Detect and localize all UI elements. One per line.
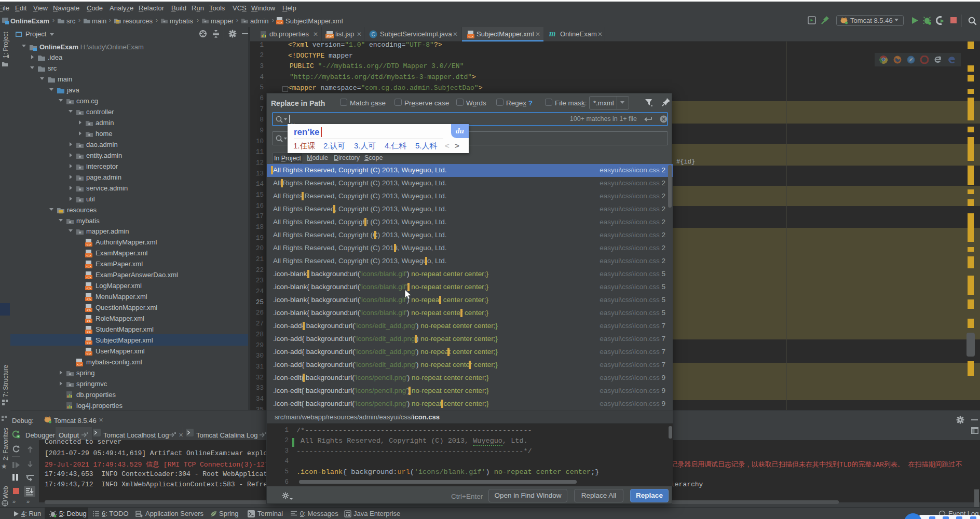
svg-text:<>: <> [86,243,91,247]
svg-text:<>: <> [77,363,82,367]
svg-text:<>: <> [86,276,91,280]
svg-text:<>: <> [468,35,473,39]
svg-text:JSP: JSP [326,34,333,38]
svg-text:<>: <> [277,21,282,25]
svg-text:<>: <> [86,297,91,302]
svg-text:<>: <> [86,254,91,258]
svg-text:<>: <> [86,330,91,334]
svg-text:<>: <> [86,352,91,356]
svg-text:<>: <> [86,286,91,291]
svg-text:<>: <> [86,265,91,269]
svg-text:<>: <> [86,341,91,345]
svg-text:<>: <> [86,319,91,323]
svg-text:C: C [371,32,375,37]
svg-text:<>: <> [86,308,91,312]
